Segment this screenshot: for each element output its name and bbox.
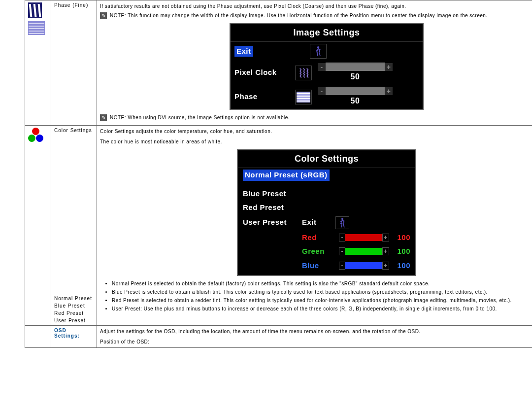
color-settings-text2: The color hue is most noticeable in area… [100, 138, 532, 145]
green-bar[interactable] [345, 248, 382, 255]
svg-point-0 [317, 46, 319, 48]
pixel-clock-slider[interactable]: - + 50 [316, 63, 395, 83]
red-value: 100 [389, 232, 411, 243]
green-plus[interactable]: + [382, 247, 389, 255]
red-label: Red [302, 232, 339, 243]
svg-point-1 [341, 218, 343, 220]
note-dvi: ✎ NOTE: When using DVI source, the Image… [100, 114, 532, 121]
blue-bar[interactable] [345, 262, 382, 269]
phase-fine-label: Phase (Fine) [54, 2, 94, 8]
osd-settings-label[interactable]: OSD Settings: [54, 328, 80, 339]
list-item: Red Preset is selected to obtain a redde… [112, 297, 532, 304]
red-plus[interactable]: + [382, 234, 389, 241]
blue-minus[interactable]: - [339, 262, 345, 270]
exit-walk-icon-2 [335, 216, 349, 229]
green-value: 100 [389, 246, 411, 257]
red-preset-item[interactable]: Red Preset [243, 202, 302, 213]
rgb-icon [28, 128, 44, 142]
user-preset-sublabel: User Preset [54, 318, 94, 323]
green-label: Green [302, 246, 339, 257]
color-settings-text1: Color Settings adjusts the color tempera… [100, 128, 532, 135]
phase-label[interactable]: Phase [234, 91, 291, 103]
exit-label[interactable]: Exit [302, 217, 332, 228]
note-icon: ✎ [100, 12, 107, 19]
blue-label: Blue [302, 260, 339, 272]
phase-stripe-icon [28, 21, 45, 35]
list-item: User Preset: Use the plus and minus butt… [112, 305, 532, 312]
red-bar[interactable] [345, 234, 382, 241]
osd-settings-text2: Position of the OSD: [100, 338, 532, 345]
red-preset-sublabel: Red Preset [54, 310, 94, 316]
normal-preset-item[interactable]: Normal Preset (sRGB) [243, 170, 330, 181]
list-item: Blue Preset is selected to obtain a blui… [112, 288, 532, 296]
pixel-clock-icon: ⦚⦚⦚ [295, 66, 312, 80]
note-icon: ✎ [100, 114, 107, 121]
exit-walk-icon [310, 44, 327, 59]
pixel-clock-label[interactable]: Pixel Clock [234, 67, 291, 78]
color-settings-title: Color Settings [238, 150, 415, 168]
phase-icon [295, 90, 312, 104]
blue-preset-item[interactable]: Blue Preset [243, 188, 302, 200]
note-width: ✎ NOTE: This function may change the wid… [100, 12, 532, 19]
image-settings-panel: Image Settings Exit Pixel Clock ⦚⦚⦚ - [230, 23, 424, 110]
color-settings-panel: Color Settings Normal Preset (sRGB) Blue… [237, 149, 416, 276]
blue-plus[interactable]: + [382, 262, 389, 270]
exit-item[interactable]: Exit [234, 46, 253, 57]
phase-wave-icon [28, 2, 42, 18]
list-item: Normal Preset is selected to obtain the … [112, 280, 532, 287]
image-settings-title: Image Settings [231, 24, 423, 42]
osd-settings-text1: Adjust the settings for the OSD, includi… [100, 328, 532, 335]
normal-preset-sublabel: Normal Preset [54, 296, 94, 301]
blue-preset-sublabel: Blue Preset [54, 303, 94, 308]
color-settings-label: Color Settings [54, 128, 94, 133]
red-minus[interactable]: - [339, 234, 345, 241]
phase-intro-text: If satisfactory results are not obtained… [100, 2, 532, 10]
blue-value: 100 [389, 260, 411, 272]
preset-bullet-list: Normal Preset is selected to obtain the … [100, 280, 532, 312]
user-preset-item[interactable]: User Preset [243, 217, 302, 228]
green-minus[interactable]: - [339, 247, 345, 255]
phase-slider[interactable]: - + 50 [316, 87, 395, 107]
